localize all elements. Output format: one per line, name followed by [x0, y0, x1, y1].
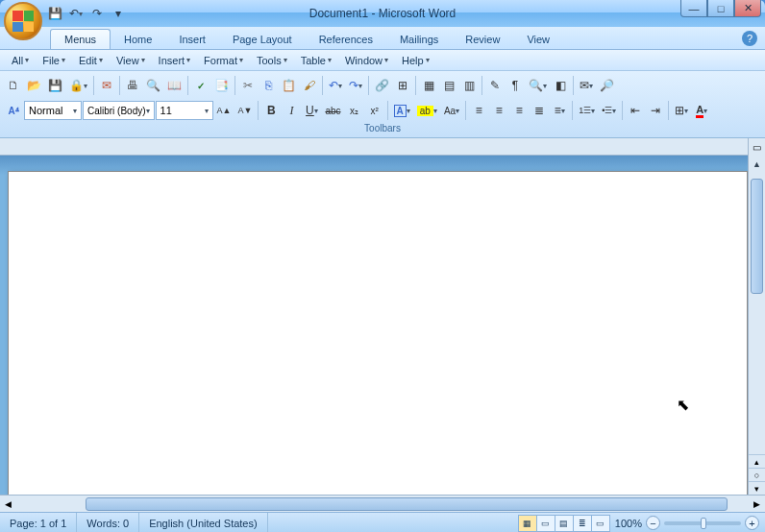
view-full-screen-button[interactable]: ▭ [536, 515, 555, 532]
strikethrough-button[interactable]: abc [322, 100, 343, 121]
underline-button[interactable]: U▾ [302, 100, 321, 121]
menu-format[interactable]: Format▾ [198, 53, 249, 68]
office-button[interactable] [4, 2, 42, 40]
hscroll-thumb[interactable] [86, 497, 728, 511]
document-viewport[interactable] [0, 156, 748, 495]
scroll-thumb[interactable] [751, 179, 763, 294]
permission-button[interactable]: 🔒▾ [66, 75, 90, 96]
menu-all[interactable]: All▾ [6, 53, 35, 68]
spelling-button[interactable]: ✓ [191, 75, 210, 96]
zoom-slider[interactable] [664, 521, 741, 525]
change-case-button[interactable]: Aa▾ [441, 100, 462, 121]
mail-button[interactable]: ✉ [97, 75, 116, 96]
zoom-tool-button[interactable]: 🔍▾ [526, 75, 550, 96]
size-selector[interactable]: 11▾ [156, 101, 213, 120]
menu-tools[interactable]: Tools▾ [251, 53, 293, 68]
shrink-font-button[interactable]: A▼ [235, 100, 256, 121]
tab-home[interactable]: Home [111, 30, 165, 49]
view-print-layout-button[interactable]: ▦ [518, 515, 537, 532]
find-button[interactable]: 🔎 [597, 75, 617, 96]
format-painter-button[interactable]: 🖌 [300, 75, 319, 96]
numbering-button[interactable]: 1☰▾ [576, 100, 598, 121]
copy-button[interactable]: ⎘ [259, 75, 278, 96]
new-doc-button[interactable]: 🗋 [4, 75, 23, 96]
align-center-button[interactable]: ≡ [489, 100, 508, 121]
print-preview-button[interactable]: 🔍 [143, 75, 163, 96]
style-selector[interactable]: Normal▾ [24, 101, 82, 120]
hyperlink-button[interactable]: 🔗 [372, 75, 392, 96]
tab-review[interactable]: Review [452, 30, 513, 49]
tab-mailings[interactable]: Mailings [386, 30, 452, 49]
superscript-button[interactable]: x² [365, 100, 384, 121]
menu-table[interactable]: Table▾ [295, 53, 337, 68]
save-button[interactable]: 💾 [45, 75, 65, 96]
menu-insert[interactable]: Insert▾ [153, 53, 197, 68]
columns-button[interactable]: ▥ [459, 75, 479, 96]
menu-window[interactable]: Window▾ [339, 53, 394, 68]
close-button[interactable]: ✕ [734, 0, 761, 17]
minimize-button[interactable]: — [680, 0, 707, 17]
research-button[interactable]: 📖 [164, 75, 185, 96]
bold-button[interactable]: B [261, 100, 281, 121]
doc-map-button[interactable]: ◧ [551, 75, 570, 96]
ruler-toggle-button[interactable]: ▭ [748, 138, 765, 156]
scroll-right-button[interactable]: ▶ [749, 496, 765, 512]
increase-indent-button[interactable]: ⇥ [646, 100, 665, 121]
page[interactable] [8, 171, 748, 495]
status-words[interactable]: Words: 0 [77, 513, 139, 532]
font-selector[interactable]: Calibri (Body)▾ [83, 101, 155, 120]
hscroll-track[interactable] [18, 497, 747, 511]
help-button[interactable]: ? [742, 31, 757, 46]
tab-insert[interactable]: Insert [165, 30, 219, 49]
cut-button[interactable]: ✂ [238, 75, 258, 96]
maximize-button[interactable]: □ [707, 0, 734, 17]
highlight-button[interactable]: ab▾ [414, 100, 440, 121]
text-effects-button[interactable]: A▾ [391, 100, 413, 121]
status-page[interactable]: Page: 1 of 1 [0, 513, 77, 532]
open-button[interactable]: 📂 [24, 75, 44, 96]
paste-button[interactable]: 📋 [279, 75, 299, 96]
menu-help[interactable]: Help▾ [396, 53, 435, 68]
menu-view[interactable]: View▾ [111, 53, 151, 68]
redo-button[interactable]: ↷▾ [346, 75, 365, 96]
tab-page-layout[interactable]: Page Layout [219, 30, 306, 49]
scroll-up-button[interactable]: ▲ [749, 156, 765, 172]
tables-borders-button[interactable]: ⊞ [393, 75, 412, 96]
decrease-indent-button[interactable]: ⇤ [626, 100, 645, 121]
italic-button[interactable]: I [282, 100, 301, 121]
print-button[interactable]: 🖶 [123, 75, 142, 96]
horizontal-scrollbar[interactable]: ◀ ▶ [0, 495, 765, 512]
zoom-in-button[interactable]: + [745, 516, 759, 530]
tab-references[interactable]: References [306, 30, 386, 49]
ruler[interactable]: ▭ [0, 138, 765, 156]
styles-pane-button[interactable]: A⁴ [4, 100, 23, 121]
view-draft-button[interactable]: ▭ [591, 515, 610, 532]
qat-undo-button[interactable]: ↶▾ [67, 5, 85, 22]
zoom-out-button[interactable]: − [646, 516, 660, 530]
qat-redo-button[interactable]: ↷ [88, 5, 106, 22]
vertical-scrollbar[interactable]: ▲ ▴ ○ ▾ [748, 156, 765, 495]
insert-excel-button[interactable]: ▤ [439, 75, 458, 96]
undo-button[interactable]: ↶▾ [326, 75, 345, 96]
browse-object-button[interactable]: ○ [749, 468, 765, 481]
subscript-button[interactable]: x₂ [345, 100, 364, 121]
menu-file[interactable]: File▾ [37, 53, 71, 68]
zoom-slider-handle[interactable] [701, 518, 706, 529]
line-spacing-button[interactable]: ≡▾ [550, 100, 569, 121]
show-hide-button[interactable]: ¶ [506, 75, 525, 96]
zoom-percent-label[interactable]: 100% [615, 518, 642, 529]
font-color-button[interactable]: A▾ [692, 100, 711, 121]
insert-table-button[interactable]: ▦ [419, 75, 438, 96]
envelope-button[interactable]: ✉▾ [577, 75, 596, 96]
align-right-button[interactable]: ≡ [509, 100, 529, 121]
qat-save-button[interactable]: 💾 [46, 5, 63, 22]
justify-button[interactable]: ≣ [530, 100, 549, 121]
drawing-button[interactable]: ✎ [485, 75, 505, 96]
borders-button[interactable]: ⊞▾ [672, 100, 691, 121]
prev-page-button[interactable]: ▴ [749, 454, 765, 468]
scroll-left-button[interactable]: ◀ [0, 496, 16, 512]
next-page-button[interactable]: ▾ [749, 481, 765, 495]
qat-customize-button[interactable]: ▾ [110, 5, 127, 22]
align-left-button[interactable]: ≡ [469, 100, 488, 121]
thesaurus-button[interactable]: 📑 [211, 75, 232, 96]
